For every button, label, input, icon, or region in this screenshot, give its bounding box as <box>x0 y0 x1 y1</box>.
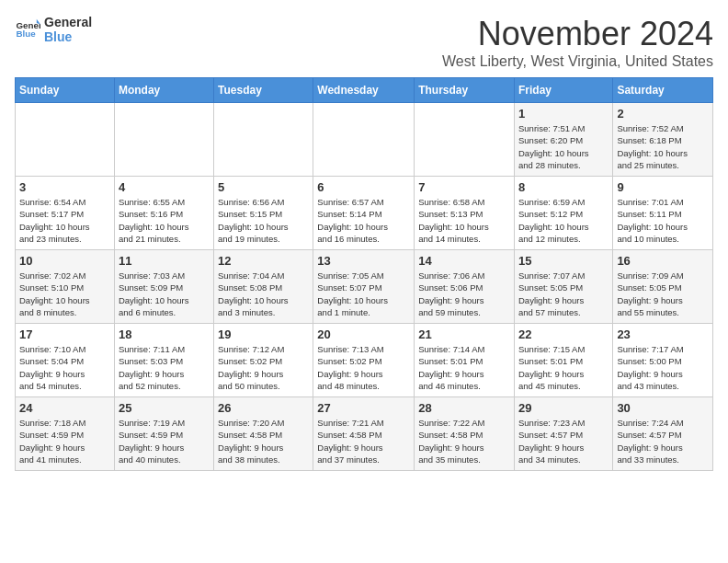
logo-icon: General Blue <box>15 17 40 42</box>
month-title: November 2024 <box>442 15 713 53</box>
calendar-cell: 8Sunrise: 6:59 AM Sunset: 5:12 PM Daylig… <box>514 177 612 250</box>
calendar-cell: 17Sunrise: 7:10 AM Sunset: 5:04 PM Dayli… <box>16 324 115 397</box>
calendar-week-row: 3Sunrise: 6:54 AM Sunset: 5:17 PM Daylig… <box>16 177 713 250</box>
day-number: 15 <box>518 254 609 268</box>
day-info: Sunrise: 6:56 AM Sunset: 5:15 PM Dayligh… <box>218 196 309 245</box>
day-number: 13 <box>317 254 410 268</box>
day-number: 9 <box>617 180 709 194</box>
calendar-cell: 29Sunrise: 7:23 AM Sunset: 4:57 PM Dayli… <box>514 397 612 471</box>
day-info: Sunrise: 7:17 AM Sunset: 5:00 PM Dayligh… <box>617 343 709 392</box>
calendar-cell: 4Sunrise: 6:55 AM Sunset: 5:16 PM Daylig… <box>114 177 213 250</box>
svg-text:Blue: Blue <box>16 29 36 39</box>
day-number: 7 <box>418 180 510 194</box>
day-info: Sunrise: 7:14 AM Sunset: 5:01 PM Dayligh… <box>418 343 510 392</box>
location: West Liberty, West Virginia, United Stat… <box>442 53 713 70</box>
calendar-cell <box>16 103 115 177</box>
calendar-cell: 10Sunrise: 7:02 AM Sunset: 5:10 PM Dayli… <box>16 250 115 324</box>
calendar-cell: 6Sunrise: 6:57 AM Sunset: 5:14 PM Daylig… <box>313 177 415 250</box>
calendar-cell: 18Sunrise: 7:11 AM Sunset: 5:03 PM Dayli… <box>114 324 213 397</box>
day-number: 24 <box>19 401 110 415</box>
day-info: Sunrise: 7:13 AM Sunset: 5:02 PM Dayligh… <box>317 343 410 392</box>
day-number: 2 <box>617 107 709 121</box>
logo: General Blue General Blue <box>15 15 92 44</box>
weekday-header-cell: Wednesday <box>313 78 415 103</box>
day-number: 22 <box>518 327 609 341</box>
day-info: Sunrise: 7:52 AM Sunset: 6:18 PM Dayligh… <box>617 122 709 171</box>
calendar-cell: 21Sunrise: 7:14 AM Sunset: 5:01 PM Dayli… <box>415 324 515 397</box>
day-info: Sunrise: 6:59 AM Sunset: 5:12 PM Dayligh… <box>518 196 609 245</box>
calendar-cell: 28Sunrise: 7:22 AM Sunset: 4:58 PM Dayli… <box>415 397 515 471</box>
day-info: Sunrise: 7:03 AM Sunset: 5:09 PM Dayligh… <box>119 270 210 318</box>
day-info: Sunrise: 7:01 AM Sunset: 5:11 PM Dayligh… <box>617 196 709 245</box>
day-info: Sunrise: 7:19 AM Sunset: 4:59 PM Dayligh… <box>119 417 210 465</box>
day-info: Sunrise: 7:21 AM Sunset: 4:58 PM Dayligh… <box>317 417 410 465</box>
day-number: 25 <box>119 401 210 415</box>
logo-line1: General <box>44 15 92 29</box>
calendar-cell: 24Sunrise: 7:18 AM Sunset: 4:59 PM Dayli… <box>16 397 115 471</box>
calendar-cell: 16Sunrise: 7:09 AM Sunset: 5:05 PM Dayli… <box>613 250 713 324</box>
day-number: 27 <box>317 401 410 415</box>
calendar-cell: 30Sunrise: 7:24 AM Sunset: 4:57 PM Dayli… <box>613 397 713 471</box>
weekday-header-cell: Sunday <box>16 78 115 103</box>
day-number: 10 <box>19 254 110 268</box>
day-info: Sunrise: 7:15 AM Sunset: 5:01 PM Dayligh… <box>518 343 609 392</box>
day-number: 12 <box>218 254 309 268</box>
day-info: Sunrise: 6:57 AM Sunset: 5:14 PM Dayligh… <box>317 196 410 245</box>
day-info: Sunrise: 7:06 AM Sunset: 5:06 PM Dayligh… <box>418 270 510 318</box>
day-info: Sunrise: 7:23 AM Sunset: 4:57 PM Dayligh… <box>518 417 609 465</box>
calendar-cell: 3Sunrise: 6:54 AM Sunset: 5:17 PM Daylig… <box>16 177 115 250</box>
day-number: 8 <box>518 180 609 194</box>
calendar-cell: 19Sunrise: 7:12 AM Sunset: 5:02 PM Dayli… <box>214 324 313 397</box>
calendar-cell: 25Sunrise: 7:19 AM Sunset: 4:59 PM Dayli… <box>114 397 213 471</box>
calendar-cell: 20Sunrise: 7:13 AM Sunset: 5:02 PM Dayli… <box>313 324 415 397</box>
weekday-header-cell: Friday <box>514 78 612 103</box>
calendar-cell: 5Sunrise: 6:56 AM Sunset: 5:15 PM Daylig… <box>214 177 313 250</box>
day-number: 1 <box>518 107 609 121</box>
day-info: Sunrise: 6:55 AM Sunset: 5:16 PM Dayligh… <box>119 196 210 245</box>
day-number: 30 <box>617 401 709 415</box>
day-info: Sunrise: 7:20 AM Sunset: 4:58 PM Dayligh… <box>218 417 309 465</box>
day-number: 14 <box>418 254 510 268</box>
day-info: Sunrise: 7:05 AM Sunset: 5:07 PM Dayligh… <box>317 270 410 318</box>
day-number: 26 <box>218 401 309 415</box>
day-number: 16 <box>617 254 709 268</box>
calendar-cell: 22Sunrise: 7:15 AM Sunset: 5:01 PM Dayli… <box>514 324 612 397</box>
calendar-cell: 23Sunrise: 7:17 AM Sunset: 5:00 PM Dayli… <box>613 324 713 397</box>
day-number: 6 <box>317 180 410 194</box>
calendar-week-row: 10Sunrise: 7:02 AM Sunset: 5:10 PM Dayli… <box>16 250 713 324</box>
day-number: 4 <box>119 180 210 194</box>
weekday-header-cell: Tuesday <box>214 78 313 103</box>
calendar-cell: 2Sunrise: 7:52 AM Sunset: 6:18 PM Daylig… <box>613 103 713 177</box>
calendar-cell: 27Sunrise: 7:21 AM Sunset: 4:58 PM Dayli… <box>313 397 415 471</box>
calendar-cell <box>313 103 415 177</box>
day-info: Sunrise: 7:24 AM Sunset: 4:57 PM Dayligh… <box>617 417 709 465</box>
day-number: 17 <box>19 327 110 341</box>
day-info: Sunrise: 7:22 AM Sunset: 4:58 PM Dayligh… <box>418 417 510 465</box>
day-info: Sunrise: 6:58 AM Sunset: 5:13 PM Dayligh… <box>418 196 510 245</box>
weekday-header-cell: Saturday <box>613 78 713 103</box>
day-number: 18 <box>119 327 210 341</box>
day-info: Sunrise: 7:04 AM Sunset: 5:08 PM Dayligh… <box>218 270 309 318</box>
day-info: Sunrise: 7:10 AM Sunset: 5:04 PM Dayligh… <box>19 343 110 392</box>
day-number: 20 <box>317 327 410 341</box>
day-number: 11 <box>119 254 210 268</box>
day-number: 3 <box>19 180 110 194</box>
calendar-cell: 14Sunrise: 7:06 AM Sunset: 5:06 PM Dayli… <box>415 250 515 324</box>
day-number: 5 <box>218 180 309 194</box>
calendar-cell: 7Sunrise: 6:58 AM Sunset: 5:13 PM Daylig… <box>415 177 515 250</box>
calendar-cell: 26Sunrise: 7:20 AM Sunset: 4:58 PM Dayli… <box>214 397 313 471</box>
day-info: Sunrise: 6:54 AM Sunset: 5:17 PM Dayligh… <box>19 196 110 245</box>
calendar-week-row: 1Sunrise: 7:51 AM Sunset: 6:20 PM Daylig… <box>16 103 713 177</box>
day-number: 23 <box>617 327 709 341</box>
calendar-cell: 12Sunrise: 7:04 AM Sunset: 5:08 PM Dayli… <box>214 250 313 324</box>
calendar-cell: 13Sunrise: 7:05 AM Sunset: 5:07 PM Dayli… <box>313 250 415 324</box>
day-number: 19 <box>218 327 309 341</box>
day-number: 28 <box>418 401 510 415</box>
day-info: Sunrise: 7:02 AM Sunset: 5:10 PM Dayligh… <box>19 270 110 318</box>
logo-line2: Blue <box>44 29 92 44</box>
day-info: Sunrise: 7:11 AM Sunset: 5:03 PM Dayligh… <box>119 343 210 392</box>
calendar-table: SundayMondayTuesdayWednesdayThursdayFrid… <box>15 77 713 471</box>
calendar-cell: 9Sunrise: 7:01 AM Sunset: 5:11 PM Daylig… <box>613 177 713 250</box>
weekday-header-row: SundayMondayTuesdayWednesdayThursdayFrid… <box>16 78 713 103</box>
calendar-week-row: 24Sunrise: 7:18 AM Sunset: 4:59 PM Dayli… <box>16 397 713 471</box>
